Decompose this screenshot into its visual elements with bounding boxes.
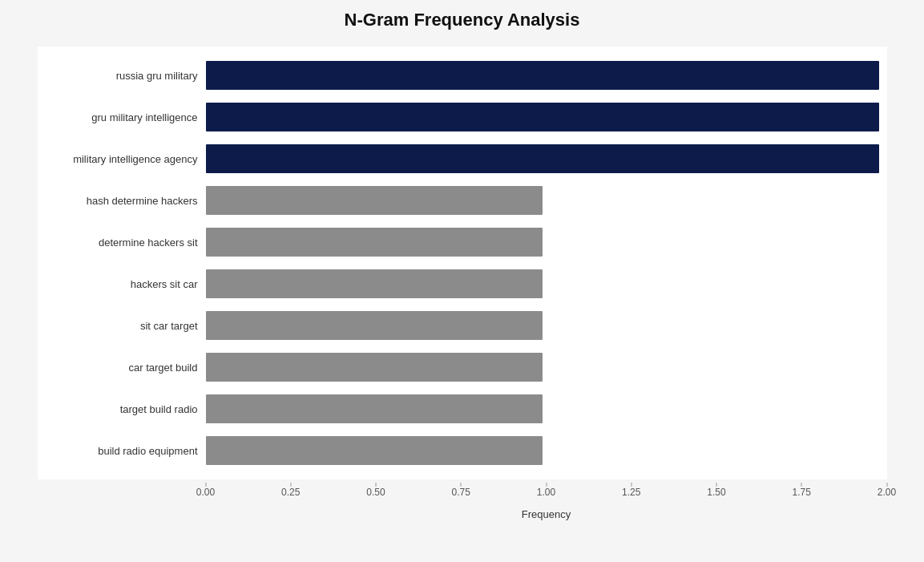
bar-track <box>206 394 879 423</box>
bar-row: russia gru military <box>38 55 879 96</box>
x-axis-label: Frequency <box>38 508 887 520</box>
bar-track <box>206 103 879 131</box>
x-tick-label: 1.50 <box>707 487 725 498</box>
bar-fill <box>206 269 543 298</box>
bar-label: gru military intelligence <box>38 111 206 123</box>
bar-track <box>206 269 879 298</box>
bar-track <box>206 311 879 340</box>
x-tick-label: 2.00 <box>878 487 896 498</box>
bar-label: car target build <box>38 362 206 374</box>
bar-track <box>206 228 879 257</box>
chart-container: N-Gram Frequency Analysis russia gru mil… <box>22 0 903 562</box>
x-axis: 0.000.250.500.751.001.251.501.752.00 <box>206 483 887 507</box>
x-tick-label: 1.75 <box>793 487 811 498</box>
bar-row: determine hackers sit <box>38 221 879 263</box>
bar-fill <box>206 394 543 423</box>
bar-row: military intelligence agency <box>38 138 879 180</box>
bar-track <box>206 144 879 173</box>
x-tick-label: 1.00 <box>537 487 555 498</box>
bar-fill <box>206 311 543 340</box>
x-tick-label: 0.25 <box>281 487 300 498</box>
bar-track <box>206 436 879 465</box>
bar-row: hash determine hackers <box>38 180 879 221</box>
x-axis-container: 0.000.250.500.751.001.251.501.752.00 <box>38 483 887 507</box>
bar-fill <box>206 436 543 465</box>
bar-row: build radio equipment <box>38 430 879 471</box>
bar-track <box>206 186 879 215</box>
bar-fill <box>206 353 543 382</box>
bar-row: gru military intelligence <box>38 96 879 138</box>
bar-label: military intelligence agency <box>38 153 206 165</box>
bar-label: hackers sit car <box>38 278 206 290</box>
bar-fill <box>206 61 879 90</box>
bar-row: car target build <box>38 346 879 388</box>
x-tick-label: 0.75 <box>452 487 470 498</box>
x-tick-label: 0.50 <box>366 487 385 498</box>
bar-label: hash determine hackers <box>38 195 206 207</box>
bar-row: target build radio <box>38 388 879 430</box>
bar-fill <box>206 186 543 215</box>
bar-row: hackers sit car <box>38 263 879 305</box>
bar-label: determine hackers sit <box>38 237 206 249</box>
bar-label: target build radio <box>38 403 206 415</box>
x-tick-label: 1.25 <box>622 487 640 498</box>
chart-title: N-Gram Frequency Analysis <box>38 10 887 30</box>
bar-label: build radio equipment <box>38 445 206 457</box>
x-tick-label: 0.00 <box>196 487 215 498</box>
bar-fill <box>206 144 879 173</box>
chart-area: russia gru militarygru military intellig… <box>38 46 887 479</box>
bar-track <box>206 61 879 90</box>
bar-label: sit car target <box>38 320 206 332</box>
bar-label: russia gru military <box>38 70 206 82</box>
bar-row: sit car target <box>38 305 879 346</box>
bar-fill <box>206 103 879 131</box>
bar-track <box>206 353 879 382</box>
bar-fill <box>206 228 543 257</box>
